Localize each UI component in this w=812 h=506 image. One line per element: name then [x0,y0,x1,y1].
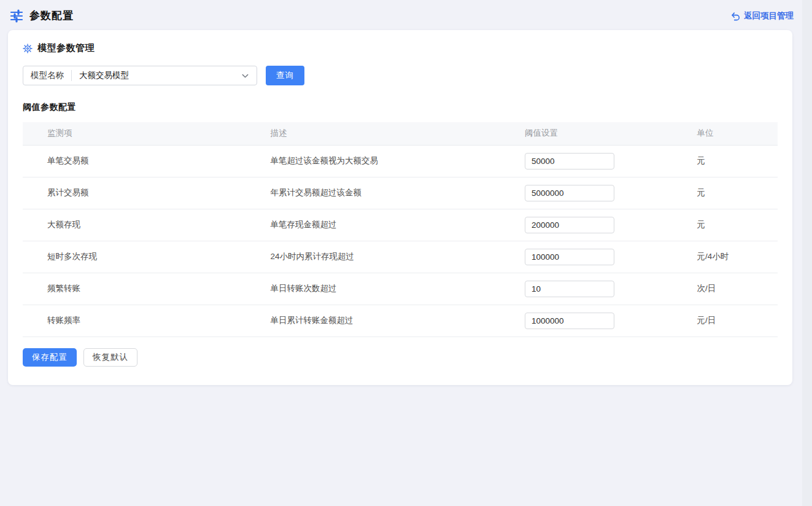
table-header-row: 监测项 描述 阈值设置 单位 [23,122,778,145]
monitor-item: 大额存现 [23,209,260,241]
back-link-label: 返回项目管理 [744,10,794,21]
table-row: 累计交易额 年累计交易额超过该金额 元 [23,177,778,209]
threshold-input[interactable] [525,185,614,201]
threshold-cell [515,241,687,273]
unit-cell: 元 [687,209,778,241]
col-header-unit: 单位 [687,122,778,145]
threshold-input[interactable] [525,313,614,329]
monitor-item: 转账频率 [23,305,260,337]
monitor-item: 单笔交易额 [23,145,260,177]
model-name-value: 大额交易模型 [72,70,241,81]
unit-cell: 元 [687,145,778,177]
monitor-desc: 单日累计转账金额超过 [260,305,515,337]
table-row: 短时多次存现 24小时内累计存现超过 元/4小时 [23,241,778,273]
threshold-input[interactable] [525,217,614,233]
restore-default-button[interactable]: 恢复默认 [83,348,137,367]
unit-cell: 元 [687,177,778,209]
unit-cell: 次/日 [687,273,778,305]
monitor-desc: 24小时内累计存现超过 [260,241,515,273]
monitor-desc: 单笔超过该金额视为大额交易 [260,145,515,177]
unit-cell: 元/日 [687,305,778,337]
table-row: 频繁转账 单日转账次数超过 次/日 [23,273,778,305]
chevron-down-icon [241,72,249,80]
query-row: 模型名称 大额交易模型 查询 [23,66,778,85]
col-header-desc: 描述 [260,122,515,145]
col-header-threshold: 阈值设置 [515,122,687,145]
threshold-cell [515,177,687,209]
save-config-button[interactable]: 保存配置 [23,348,77,367]
threshold-section-title: 阈值参数配置 [23,102,778,113]
monitor-desc: 单日转账次数超过 [260,273,515,305]
table-row: 转账频率 单日累计转账金额超过 元/日 [23,305,778,337]
section-title: 模型参数管理 [37,42,95,54]
threshold-input[interactable] [525,153,614,169]
section-header: 模型参数管理 [23,42,778,54]
undo-arrow-icon [730,11,740,21]
monitor-item: 累计交易额 [23,177,260,209]
threshold-cell [515,273,687,305]
threshold-cell [515,209,687,241]
threshold-input[interactable] [525,249,614,265]
model-name-label: 模型名称 [23,70,71,81]
unit-cell: 元/4小时 [687,241,778,273]
back-to-project-link[interactable]: 返回项目管理 [730,10,794,21]
footer-actions: 保存配置 恢复默认 [23,348,778,367]
col-header-item: 监测项 [23,122,260,145]
sliders-icon [10,9,23,23]
table-row: 大额存现 单笔存现金额超过 元 [23,209,778,241]
model-parameter-card: 模型参数管理 模型名称 大额交易模型 查询 阈值参数配置 监测项 描述 阈值设置… [8,30,792,385]
threshold-cell [515,305,687,337]
monitor-item: 频繁转账 [23,273,260,305]
monitor-item: 短时多次存现 [23,241,260,273]
vertical-scrollbar-track[interactable] [802,0,812,506]
threshold-input[interactable] [525,281,614,297]
page-title: 参数配置 [29,9,74,23]
table-row: 单笔交易额 单笔超过该金额视为大额交易 元 [23,145,778,177]
threshold-cell [515,145,687,177]
threshold-table: 监测项 描述 阈值设置 单位 单笔交易额 单笔超过该金额视为大额交易 元 累计交… [23,122,778,337]
model-name-select[interactable]: 模型名称 大额交易模型 [23,66,257,85]
top-bar: 参数配置 返回项目管理 [0,0,812,30]
monitor-desc: 年累计交易额超过该金额 [260,177,515,209]
query-button[interactable]: 查询 [266,66,304,85]
monitor-desc: 单笔存现金额超过 [260,209,515,241]
gear-icon [23,44,33,53]
